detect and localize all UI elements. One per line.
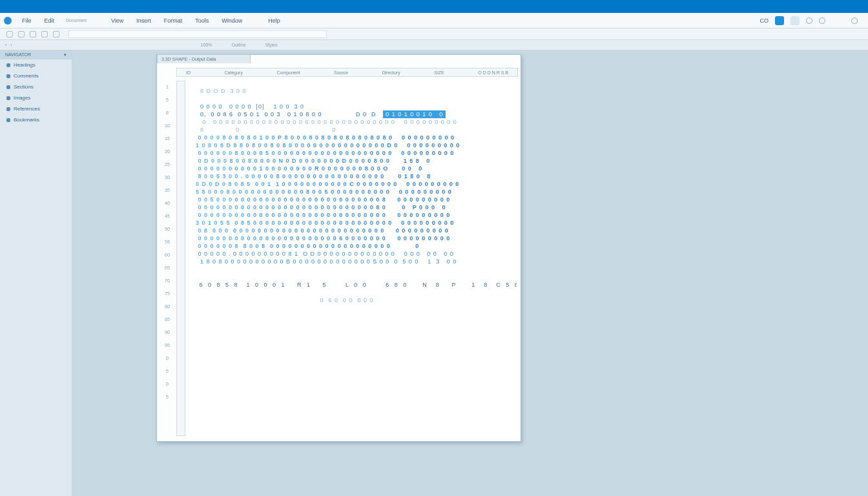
sidebar-label: Comments [14, 73, 39, 79]
sidebar-label: Sections [14, 84, 34, 90]
sidebar: NAVIGATOR▾ Headings Comments Sections Im… [0, 50, 72, 496]
menu-file[interactable]: File [16, 17, 38, 24]
settings-gear-icon[interactable] [819, 17, 825, 24]
bullet-icon [6, 96, 10, 100]
workspace: NAVIGATOR▾ Headings Comments Sections Im… [0, 50, 868, 496]
tool-open-icon[interactable] [18, 31, 25, 37]
menu-edit[interactable]: Edit [38, 17, 61, 24]
ruler-horizontal: ID Category Component Source Directory S… [176, 68, 518, 77]
tool-new-icon[interactable] [6, 31, 13, 37]
bullet-icon [6, 74, 10, 78]
ruler-col: ID [182, 70, 194, 75]
account-label: CO [760, 17, 769, 24]
sidebar-label: References [14, 106, 40, 112]
menu-view[interactable]: View [105, 17, 130, 24]
menu-tools[interactable]: Tools [189, 17, 215, 24]
sidebar-label: Images [14, 95, 30, 101]
tool-cut-icon[interactable] [53, 31, 59, 37]
sidebar-item-comments[interactable]: Comments [0, 70, 72, 81]
ruler-col: Directory [378, 70, 404, 75]
document-tab[interactable]: 3.3D SHAPE - Output Data [157, 54, 251, 63]
sidebar-item-bookmarks[interactable]: Bookmarks [0, 114, 72, 125]
toolbar-label-styles[interactable]: Styles [265, 43, 278, 47]
menu-window[interactable]: Window [215, 17, 249, 24]
sync-icon[interactable] [806, 17, 812, 24]
toolbar-label-outline[interactable]: Outline [232, 43, 246, 47]
document-window: 3.3D SHAPE - Output Data ID Category Com… [156, 54, 521, 442]
sidebar-label: Headings [14, 62, 36, 68]
tool-print-icon[interactable] [41, 31, 48, 37]
account-chip-icon[interactable] [775, 16, 784, 25]
window-titlebar [0, 0, 868, 13]
ruler-col: SIZE [430, 70, 448, 75]
data-glyph-block: 8 D O D 3 0 0 0 0 0 0 0 0 0 0 [0] 1 0 0 … [196, 87, 510, 429]
toolbar-search-input[interactable] [68, 30, 327, 38]
menu-bar: File Edit Document View Insert Format To… [0, 13, 868, 28]
sidebar-header-label: NAVIGATOR [5, 52, 31, 57]
canvas: 3.3D SHAPE - Output Data ID Category Com… [72, 50, 868, 496]
sidebar-label: Bookmarks [14, 117, 39, 123]
bullet-icon [6, 85, 10, 89]
sidebar-header: NAVIGATOR▾ [0, 50, 72, 59]
sidebar-item-references[interactable]: References [0, 103, 72, 114]
menu-subtitle: Document [61, 18, 92, 23]
sidebar-item-images[interactable]: Images [0, 92, 72, 103]
menu-format[interactable]: Format [158, 17, 189, 24]
bullet-icon [6, 118, 10, 122]
ruler-col: Source [330, 70, 352, 75]
sub-toolbar: ‹ › 100% Outline Styles [0, 40, 868, 50]
notification-chip-icon[interactable] [790, 16, 800, 25]
tool-save-icon[interactable] [30, 31, 36, 37]
line-gutter: 1581015202530354045505560657075808590950… [161, 81, 174, 436]
toolbar [0, 28, 868, 40]
ruler-vertical [176, 81, 185, 436]
menu-help[interactable]: Help [262, 17, 287, 24]
account-avatar-icon[interactable] [4, 17, 12, 25]
bullet-icon [6, 63, 10, 67]
document-page[interactable]: 8 D O D 3 0 0 0 0 0 0 0 0 0 0 [0] 1 0 0 … [189, 81, 517, 436]
sidebar-item-sections[interactable]: Sections [0, 81, 72, 92]
ruler-col: O D D N R S B [474, 70, 512, 75]
ruler-col: Component [273, 70, 304, 75]
nav-back-icon[interactable]: ‹ › [5, 43, 14, 47]
sidebar-item-headings[interactable]: Headings [0, 59, 72, 70]
zoom-label[interactable]: 100% [201, 43, 212, 47]
bullet-icon [6, 107, 10, 111]
menu-insert[interactable]: Insert [130, 17, 158, 24]
ruler-col: Category [220, 70, 246, 75]
help-icon[interactable] [851, 17, 858, 24]
